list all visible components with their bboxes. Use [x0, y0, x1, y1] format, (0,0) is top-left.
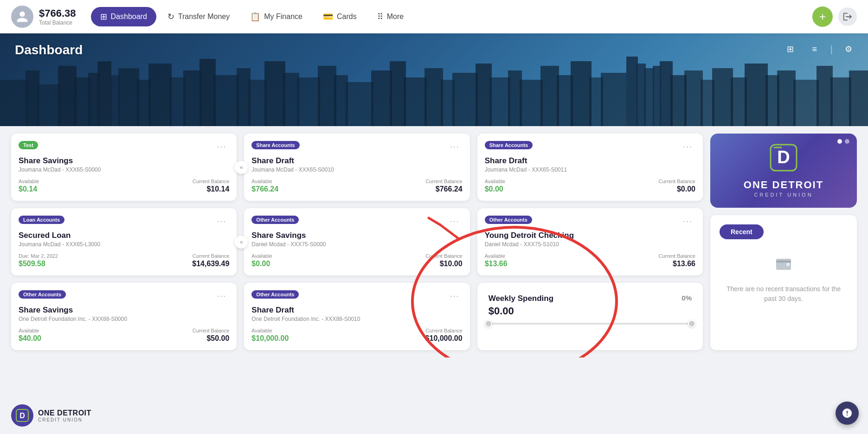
svg-rect-29 [476, 64, 492, 126]
list-view-icon[interactable]: ≡ [806, 41, 823, 57]
carousel-dot-2[interactable] [845, 139, 849, 144]
nav-dashboard[interactable]: ⊞ Dashboard [91, 7, 156, 26]
dashboard-icon: ⊞ [100, 12, 107, 22]
user-avatar[interactable] [11, 6, 33, 28]
svg-rect-20 [318, 66, 336, 126]
cu-logo-icon: D [744, 144, 823, 175]
collapse-arrow-2[interactable]: « [235, 236, 248, 249]
card-menu-button[interactable]: ··· [214, 216, 229, 227]
svg-rect-26 [424, 68, 443, 126]
add-button[interactable]: + [812, 6, 833, 27]
recent-button[interactable]: Recent [720, 224, 764, 239]
card-subtitle: One Detroit Foundation Inc. - XXX88-S001… [251, 316, 462, 322]
available-label: Available [485, 253, 508, 259]
card-subtitle: Joumana McDad - XXX65-S0010 [251, 166, 462, 173]
recent-transactions-section: Recent There are no recent transactions … [710, 215, 857, 350]
main-content: Test ··· Share Savings Joumana McDad - X… [0, 126, 868, 357]
card-title: Share Savings [19, 156, 229, 166]
cu-sub: CREDIT UNION [744, 192, 823, 198]
svg-rect-38 [626, 57, 638, 126]
card-menu-button[interactable]: ··· [447, 290, 463, 302]
account-card-share-draft-1[interactable]: « Share Accounts ··· Share Draft Joumana… [244, 134, 469, 201]
collapse-arrow-1[interactable]: « [235, 161, 248, 174]
available-label: Available [251, 328, 289, 333]
nav-cards-label: Cards [337, 13, 357, 21]
weekly-spending-card[interactable]: Weekly Spending $0.00 0% [477, 283, 703, 350]
balance-info: $766.38 Total Balance [39, 7, 76, 26]
available-label: Available [251, 179, 278, 184]
card-balances: Available $0.14 Current Balance $10.14 [19, 179, 229, 193]
available-label: Available [251, 253, 272, 259]
card-menu-button[interactable]: ··· [680, 216, 695, 227]
card-subtitle: Joumana McDad - XXX65-S0000 [19, 166, 229, 173]
current-balance-label: Current Balance [425, 328, 463, 333]
card-subtitle: Daniel Mcdad - XXX75-S0000 [251, 241, 462, 248]
svg-rect-43 [670, 75, 687, 126]
card-menu-button[interactable]: ··· [214, 141, 229, 153]
card-balances: Available $766.24 Current Balance $766.2… [251, 179, 462, 193]
svg-rect-12 [183, 70, 202, 126]
card-header: Other Accounts ··· [251, 290, 462, 302]
settings-icon[interactable]: ⚙ [840, 41, 857, 57]
card-menu-button[interactable]: ··· [680, 141, 695, 153]
svg-rect-6 [97, 61, 111, 126]
svg-rect-22 [346, 82, 373, 126]
account-card-share-savings-daniel[interactable]: « Other Accounts ··· Share Savings Danie… [244, 208, 469, 275]
nav-transfer-label: Transfer Money [178, 13, 230, 21]
weekly-spending-percentage: 0% [682, 294, 692, 302]
svg-rect-0 [0, 80, 28, 126]
current-balance-label: Current Balance [425, 179, 463, 184]
card-header: Other Accounts ··· [251, 216, 462, 227]
nav-more[interactable]: ⠿ More [368, 7, 413, 26]
card-title: Share Draft [485, 156, 695, 166]
grid-view-icon[interactable]: ⊞ [782, 41, 799, 57]
current-balance-amount: $13.66 [673, 260, 695, 268]
nav-right-actions: + [812, 6, 857, 27]
card-tag-share: Share Accounts [251, 141, 299, 149]
current-balance-amount: $10.00 [440, 260, 463, 268]
svg-rect-33 [540, 66, 559, 126]
card-subtitle: Daniel Mcdad - XXX75-S1010 [485, 241, 695, 248]
svg-rect-30 [489, 77, 510, 126]
card-subtitle: Joumana McDad - XXX65-S0011 [485, 166, 695, 173]
card-menu-button[interactable]: ··· [447, 141, 463, 153]
weekly-spending-slider [489, 323, 692, 325]
current-balance-label: Current Balance [659, 253, 696, 259]
card-menu-button[interactable]: ··· [214, 290, 229, 302]
svg-rect-62 [776, 261, 791, 262]
logout-button[interactable] [838, 7, 857, 26]
balance-label: Total Balance [39, 19, 76, 26]
current-balance-amount: $10,000.00 [425, 334, 463, 342]
account-card-secured-loan[interactable]: Loan Accounts ··· Secured Loan Joumana M… [11, 208, 237, 275]
card-header: Test ··· [19, 141, 229, 153]
nav-myfinance[interactable]: 📋 My Finance [241, 7, 312, 26]
current-balance-label: Current Balance [193, 179, 230, 184]
nav-items: ⊞ Dashboard ↻ Transfer Money 📋 My Financ… [91, 7, 812, 26]
svg-rect-11 [169, 77, 186, 126]
svg-rect-25 [404, 77, 427, 126]
due-amount: $509.58 [19, 260, 45, 268]
nav-cards[interactable]: 💳 Cards [314, 7, 366, 26]
nav-transfer[interactable]: ↻ Transfer Money [158, 7, 239, 26]
carousel-dots [837, 139, 849, 144]
account-card-share-draft-foundation[interactable]: Other Accounts ··· Share Draft One Detro… [244, 283, 469, 350]
svg-rect-50 [777, 70, 796, 126]
current-balance-label: Current Balance [193, 328, 230, 333]
account-card-share-draft-2[interactable]: Share Accounts ··· Share Draft Joumana M… [477, 134, 703, 201]
account-card-share-savings-foundation[interactable]: Other Accounts ··· Share Savings One Det… [11, 283, 237, 350]
card-menu-button[interactable]: ··· [447, 216, 463, 227]
carousel-dot-1[interactable] [837, 139, 842, 144]
svg-rect-53 [830, 77, 851, 126]
card-tag-other: Other Accounts [19, 290, 66, 299]
recent-empty-message: There are no recent transactions for the… [720, 284, 848, 304]
wallet-icon [774, 254, 793, 277]
card-header: Loan Accounts ··· [19, 216, 229, 227]
account-card-young-detroit-checking[interactable]: Other Accounts ··· Young Detroit Checkin… [477, 208, 703, 275]
current-balance-label: Current Balance [192, 253, 229, 259]
card-balances: Available $13.66 Current Balance $13.66 [485, 253, 695, 268]
hero-icons: ⊞ ≡ | ⚙ [782, 41, 857, 57]
hero-banner: Dashboard ⊞ ≡ | ⚙ [0, 33, 868, 126]
account-card-share-savings-test[interactable]: Test ··· Share Savings Joumana McDad - X… [11, 134, 237, 201]
svg-rect-32 [520, 80, 543, 126]
card-tag-share: Share Accounts [485, 141, 533, 149]
